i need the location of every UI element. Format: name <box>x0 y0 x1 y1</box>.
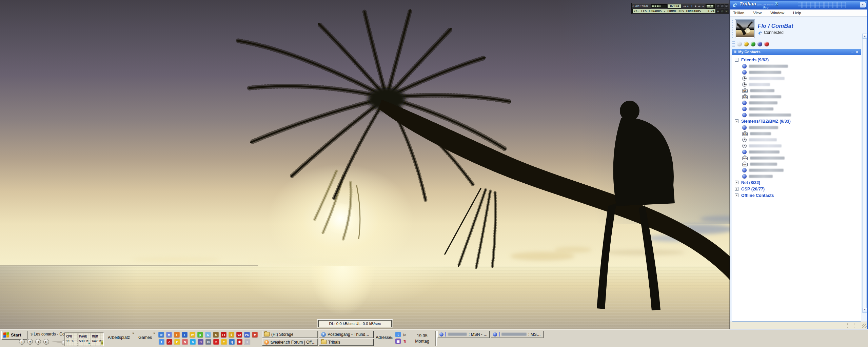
contact-group-header[interactable]: +Net (8/22) <box>735 179 860 186</box>
scroll-down-button[interactable]: ▼ <box>863 308 867 312</box>
close-track-button[interactable]: x <box>725 9 728 13</box>
contact-row[interactable]: NA <box>735 87 860 94</box>
close-button[interactable]: × <box>855 49 860 54</box>
contact-row[interactable] <box>735 137 860 143</box>
taskbar-button-msn-chat-2[interactable]: : MSN - ... <box>491 331 543 338</box>
toolbar-arbeitsplatz[interactable]: Arbeitsplatz <box>108 335 130 340</box>
contact-row[interactable]: brb <box>735 155 860 161</box>
contact-row[interactable] <box>735 106 860 112</box>
thunderbird-icon[interactable]: T <box>182 332 188 338</box>
contact-row[interactable] <box>735 112 860 118</box>
statue-app-icon[interactable]: S <box>213 332 219 338</box>
volume-sliders[interactable] <box>706 4 715 8</box>
gold-app-icon[interactable]: $ <box>229 332 234 338</box>
contact-group-header[interactable]: +GSP (20/77) <box>735 186 860 192</box>
trillian-tray-icon[interactable]: t <box>395 332 401 337</box>
mail-app-icon[interactable]: @ <box>158 332 164 338</box>
teamspeak-icon[interactable]: TS <box>205 339 211 345</box>
netspeed-overlay[interactable]: DL: 0.0 kB/sec UL: 0.0 kB/sec <box>317 319 393 328</box>
minimize-button[interactable]: – <box>850 49 855 54</box>
group-toggle-icon[interactable]: − <box>735 119 738 123</box>
away-status-orb[interactable] <box>744 42 749 46</box>
chevron-less-icon[interactable]: « <box>391 335 393 340</box>
share-app-icon[interactable]: Y <box>221 339 227 345</box>
rollup-button[interactable]: ▾ <box>860 2 866 7</box>
messenger-app-icon[interactable]: M <box>166 332 172 338</box>
contact-row[interactable]: NA <box>735 161 860 167</box>
quill-app-icon[interactable]: Q <box>229 339 235 345</box>
winamp-icon[interactable]: W <box>190 332 195 338</box>
play-button[interactable]: ▶ <box>687 4 690 8</box>
start-button[interactable]: Start <box>1 331 27 339</box>
resize-grip[interactable] <box>862 324 867 328</box>
group-toggle-icon[interactable]: + <box>735 187 738 191</box>
contact-group-header[interactable]: +Offline Contacts <box>735 192 860 199</box>
taskbar-clock[interactable]: 19:35 Montag <box>410 331 435 346</box>
scroll-up-button[interactable]: ▲ <box>863 34 867 39</box>
taskbar-button-msn-chat-1[interactable]: : MSN - dr_c... <box>437 331 490 338</box>
taskbar-button-firefox[interactable]: f tweaker.ch Forum | Off-... <box>262 339 318 346</box>
offline-status-orb[interactable] <box>737 42 742 46</box>
contact-list-titlebar[interactable]: ▦ My Contacts – × <box>732 49 861 55</box>
next-button[interactable]: ▶ <box>43 339 49 345</box>
group-toggle-icon[interactable]: + <box>735 193 738 197</box>
taskbar-button-tribals[interactable]: Tribals <box>319 339 373 346</box>
shade-button[interactable]: / <box>716 4 720 8</box>
utorrent-icon[interactable]: µ <box>197 332 203 338</box>
group-toggle-icon[interactable]: − <box>735 58 738 62</box>
contact-row[interactable] <box>735 69 860 75</box>
contact-row[interactable] <box>735 124 860 130</box>
star-app-icon[interactable]: ✶ <box>213 339 219 345</box>
previous-button[interactable]: ◀◀ <box>683 4 686 8</box>
avatar[interactable] <box>735 20 754 38</box>
drag-grip[interactable] <box>732 19 733 39</box>
contact-group-header[interactable]: −Friends (9/63) <box>735 57 860 63</box>
trillian-titlebar[interactable]: Trillian CERULEAN STUDIOS Pro 3 ▾ <box>730 1 867 9</box>
video-app-icon[interactable]: V2 <box>236 332 242 338</box>
game-app-icon[interactable]: P <box>174 339 180 345</box>
remote-pc-tray-icon[interactable]: ▣ <box>395 339 401 344</box>
chevron-more-icon[interactable]: » <box>132 331 134 335</box>
menu-window[interactable]: Window <box>770 11 784 15</box>
play-track-button[interactable]: ▶ <box>716 9 720 13</box>
acdsee-icon[interactable]: A <box>166 339 172 345</box>
contact-row[interactable] <box>735 143 860 149</box>
eject-button[interactable]: ▲ <box>702 4 705 8</box>
contact-row[interactable] <box>735 173 860 179</box>
contact-row[interactable]: brb <box>735 130 860 137</box>
playlist-button[interactable]: □ <box>721 9 724 13</box>
drag-grip[interactable] <box>732 41 735 47</box>
play-tray-icon[interactable]: ▷ <box>402 332 408 337</box>
menu-view[interactable]: View <box>753 11 762 15</box>
taskbar-button-storage[interactable]: (H:) Storage <box>262 331 318 338</box>
menu-help[interactable]: Help <box>793 11 801 15</box>
firefox-icon[interactable]: F <box>174 332 180 338</box>
notepad-icon[interactable]: ≡ <box>244 339 250 345</box>
contact-group-header[interactable]: −Siemens/TBZ/BMZ (9/33) <box>735 118 860 124</box>
globe-app-icon[interactable]: G <box>205 332 211 338</box>
filezilla-icon[interactable]: Fz <box>221 332 226 338</box>
menu-trillian[interactable]: Trillian <box>733 11 744 15</box>
chevron-more-icon[interactable]: » <box>153 331 155 335</box>
contact-row[interactable] <box>735 63 860 69</box>
identity-name[interactable]: Flo / ComBat <box>758 23 793 29</box>
updown-arrows-tray-icon[interactable]: ⇅ <box>402 339 408 344</box>
stop-button[interactable]: ■ <box>27 339 33 345</box>
contact-row[interactable] <box>735 81 860 87</box>
online-status-orb[interactable] <box>751 42 755 46</box>
stop-button[interactable]: ■ <box>694 4 697 8</box>
next-button[interactable]: ▶▶ <box>698 4 701 8</box>
invisible-status-orb[interactable] <box>757 42 762 46</box>
contact-list-scrollbar[interactable]: ▲ ▼ <box>862 34 867 313</box>
toolbar-games[interactable]: Games <box>138 335 152 340</box>
previous-button[interactable]: ◀ <box>35 339 41 345</box>
remote-pc-icon[interactable]: PC <box>244 332 250 338</box>
group-toggle-icon[interactable]: + <box>735 181 738 184</box>
gear-app-icon[interactable]: ✱ <box>237 339 242 345</box>
pause-button[interactable]: ∥ <box>690 4 693 8</box>
ampman-player-window[interactable]: ✣ AMPMAN 02:04 ◀◀▶∥■▶▶▲ /□x 26. LES CONA… <box>631 3 729 14</box>
headphones-app-icon[interactable]: H <box>198 339 203 345</box>
contact-row[interactable] <box>735 100 860 106</box>
taskbar-button-thunderbird[interactable]: T Posteingang - Thunderbird <box>319 331 373 338</box>
close-button[interactable]: x <box>725 4 728 8</box>
